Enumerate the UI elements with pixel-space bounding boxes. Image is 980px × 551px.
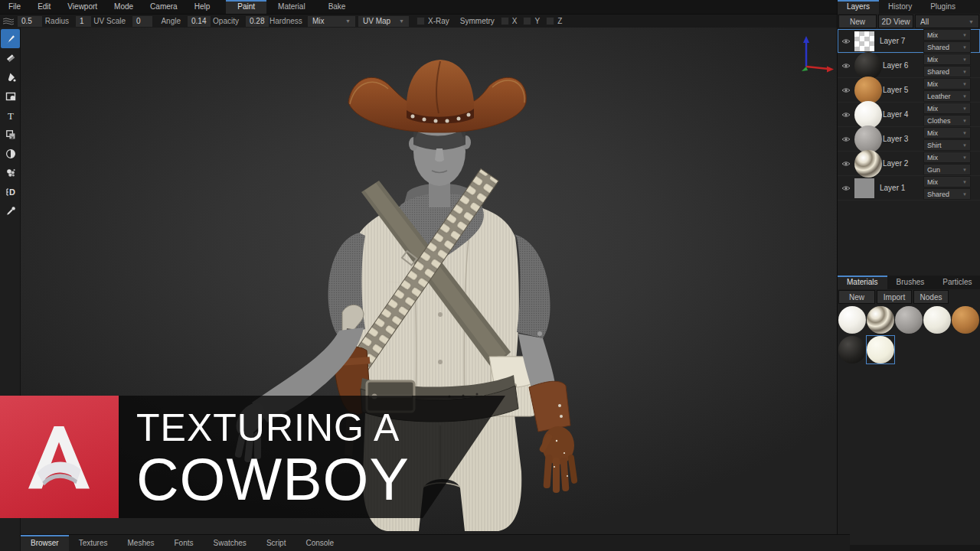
tool-picker[interactable] xyxy=(1,201,20,220)
layer-object-dropdown[interactable]: Shirt▼ xyxy=(923,139,971,151)
tab-layers[interactable]: Layers xyxy=(838,0,879,14)
layer-object-dropdown[interactable]: Shared▼ xyxy=(923,66,971,77)
layer-object-dropdown[interactable]: Shared▼ xyxy=(923,188,971,200)
new-material-button[interactable]: New xyxy=(838,290,875,304)
tab-swatches[interactable]: Swatches xyxy=(204,535,256,551)
layer-row[interactable]: Layer 4 Mix▼ Clothes▼ xyxy=(838,103,980,127)
layer-thumbnail xyxy=(854,126,882,153)
axis-y-label: Y xyxy=(534,17,540,25)
tab-brushes[interactable]: Brushes xyxy=(887,276,934,289)
new-layer-button[interactable]: New xyxy=(838,15,877,28)
material-swatch-ivory[interactable] xyxy=(923,306,951,334)
uv-map-dropdown[interactable]: UV Map▼ xyxy=(358,16,409,27)
layer-row[interactable]: Layer 7 Mix▼ Shared▼ xyxy=(838,29,980,54)
eye-icon[interactable] xyxy=(841,111,851,119)
axis-gizmo[interactable] xyxy=(796,32,838,74)
tab-plugins[interactable]: Plugins xyxy=(921,0,965,14)
object-value: Clothes xyxy=(927,117,951,125)
material-swatch-cream[interactable] xyxy=(867,336,894,364)
text-icon: T xyxy=(5,109,17,122)
tool-clone[interactable] xyxy=(1,125,20,144)
eye-icon[interactable] xyxy=(841,160,851,168)
tool-eraser[interactable] xyxy=(1,48,20,67)
eye-icon[interactable] xyxy=(841,62,851,70)
2d-view-button[interactable]: 2D View xyxy=(878,15,913,28)
blend-mode-dropdown[interactable]: Mix▼ xyxy=(308,16,355,27)
eye-icon[interactable] xyxy=(841,135,851,143)
opacity-value[interactable]: 0.14 xyxy=(188,16,211,27)
fill-bucket-icon xyxy=(5,71,17,83)
blend-mode-dropdown[interactable]: Mix▼ xyxy=(923,78,971,90)
blend-value: Mix xyxy=(927,129,938,137)
menu-mode[interactable]: Mode xyxy=(106,0,142,14)
brush-settings-toolbar: 0.5 Radius 1 UV Scale 0 Angle 0.14 Opaci… xyxy=(0,14,837,28)
tab-history[interactable]: History xyxy=(879,0,921,14)
tab-console[interactable]: Console xyxy=(296,535,344,551)
tool-fill[interactable] xyxy=(1,67,20,86)
material-swatch-black[interactable] xyxy=(838,336,866,364)
layer-row[interactable]: Layer 2 Mix▼ Gun▼ xyxy=(838,152,980,176)
layer-object-dropdown[interactable]: Gun▼ xyxy=(923,164,971,175)
brush-stroke-icon xyxy=(0,17,17,26)
menubar-spacer xyxy=(218,0,226,14)
tab-materials[interactable]: Materials xyxy=(838,276,887,289)
blend-mode-dropdown[interactable]: Mix▼ xyxy=(923,152,971,163)
tool-decal[interactable] xyxy=(1,86,20,106)
symmetry-y-checkbox[interactable] xyxy=(523,17,531,25)
uvscale-value[interactable]: 1 xyxy=(76,16,91,27)
tab-fonts[interactable]: Fonts xyxy=(165,535,204,551)
menu-viewport[interactable]: Viewport xyxy=(59,0,106,14)
layer-row[interactable]: Layer 3 Mix▼ Shirt▼ xyxy=(838,127,980,152)
layer-row[interactable]: Layer 1 Mix▼ Shared▼ xyxy=(838,176,980,201)
layer-object-dropdown[interactable]: Leather▼ xyxy=(923,90,971,102)
material-swatch-tan[interactable] xyxy=(952,306,979,334)
blend-mode-dropdown[interactable]: Mix▼ xyxy=(923,54,971,65)
layer-row[interactable]: Layer 5 Mix▼ Leather▼ xyxy=(838,78,980,103)
layer-thumbnail xyxy=(854,77,882,104)
material-swatch-white[interactable] xyxy=(838,306,866,334)
tab-particles[interactable]: Particles xyxy=(933,276,980,289)
layer-object-dropdown[interactable]: Shared▼ xyxy=(923,41,971,53)
nodes-button[interactable]: Nodes xyxy=(913,290,949,304)
material-row xyxy=(838,305,980,334)
tool-particle[interactable] xyxy=(1,163,20,182)
eye-icon[interactable] xyxy=(841,86,851,94)
tool-blur[interactable] xyxy=(1,144,20,163)
tab-meshes[interactable]: Meshes xyxy=(117,535,164,551)
menu-edit[interactable]: Edit xyxy=(29,0,59,14)
eyedropper-icon xyxy=(5,205,17,217)
blend-mode-dropdown[interactable]: Mix▼ xyxy=(923,29,971,41)
menu-camera[interactable]: Camera xyxy=(142,0,186,14)
tab-textures[interactable]: Textures xyxy=(69,535,118,551)
tab-paint[interactable]: Paint xyxy=(226,0,266,14)
blend-mode-dropdown[interactable]: Mix▼ xyxy=(923,103,971,114)
tool-brush[interactable] xyxy=(1,29,20,48)
layer-filter-dropdown[interactable]: All▼ xyxy=(915,15,979,28)
tab-bake[interactable]: Bake xyxy=(317,0,358,14)
menu-file[interactable]: File xyxy=(0,0,29,14)
tool-text[interactable]: T xyxy=(1,106,20,125)
import-material-button[interactable]: Import xyxy=(877,290,912,304)
angle-value[interactable]: 0 xyxy=(132,16,152,27)
layer-filter-value: All xyxy=(920,15,929,28)
xray-checkbox[interactable] xyxy=(416,17,425,25)
tab-material[interactable]: Material xyxy=(266,0,317,14)
material-swatch-chrome[interactable] xyxy=(867,306,894,334)
menu-help[interactable]: Help xyxy=(186,0,219,14)
radius-value[interactable]: 0.5 xyxy=(18,16,42,27)
tab-script[interactable]: Script xyxy=(256,535,296,551)
tab-browser[interactable]: Browser xyxy=(21,535,69,551)
material-swatch-gray[interactable] xyxy=(895,306,923,334)
blend-mode-dropdown[interactable]: Mix▼ xyxy=(923,127,971,139)
eye-icon[interactable] xyxy=(841,37,851,45)
blend-mode-dropdown[interactable]: Mix▼ xyxy=(923,176,971,187)
layer-row[interactable]: Layer 6 Mix▼ Shared▼ xyxy=(838,54,980,78)
layer-object-dropdown[interactable]: Clothes▼ xyxy=(923,115,971,126)
hardness-value[interactable]: 0.28 xyxy=(246,16,269,27)
chevron-down-icon: ▼ xyxy=(962,57,967,62)
symmetry-x-checkbox[interactable] xyxy=(501,17,509,25)
eye-icon[interactable] xyxy=(841,184,851,192)
symmetry-z-checkbox[interactable] xyxy=(546,17,554,25)
tool-colorid[interactable]: D xyxy=(1,182,20,201)
layer-thumbnail xyxy=(854,31,874,51)
